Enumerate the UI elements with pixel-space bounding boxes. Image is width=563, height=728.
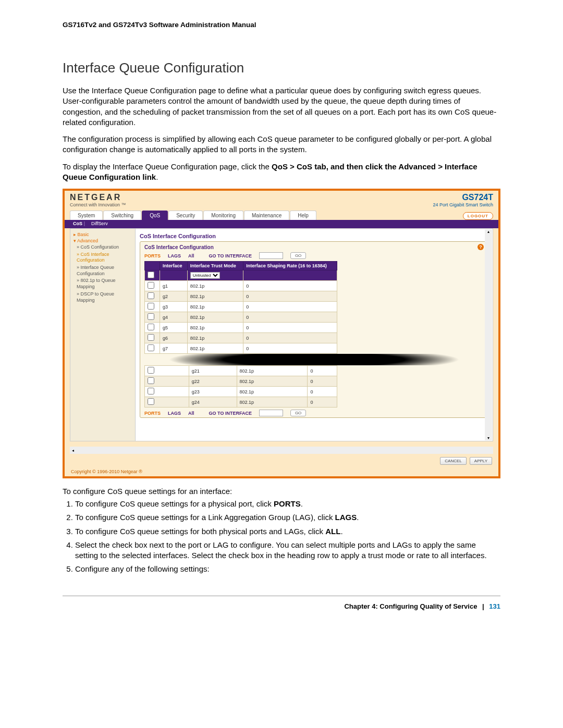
table-row: g1802.1p0 bbox=[145, 281, 337, 291]
subtab-cos[interactable]: CoS bbox=[71, 220, 87, 227]
filter-all[interactable]: All bbox=[188, 253, 194, 258]
sidebar-item-cos-interface-config[interactable]: » CoS Interface Configuration bbox=[77, 252, 132, 264]
table-row: g6802.1p0 bbox=[145, 333, 337, 343]
cell-interface: g7 bbox=[160, 343, 188, 354]
vertical-scrollbar[interactable]: ▴ ▾ bbox=[485, 229, 492, 440]
cell-interface: g6 bbox=[160, 333, 188, 343]
cell-rate: 0 bbox=[243, 281, 337, 291]
tab-monitoring[interactable]: Monitoring bbox=[203, 211, 243, 220]
model-subtitle: 24 Port Gigabit Smart Switch bbox=[433, 202, 493, 207]
tab-maintenance[interactable]: Maintenance bbox=[244, 211, 289, 220]
row-checkbox[interactable] bbox=[148, 377, 154, 384]
cell-mode: 802.1p bbox=[237, 397, 308, 408]
cell-rate: 0 bbox=[243, 302, 337, 312]
row-checkbox[interactable] bbox=[148, 324, 154, 330]
goto-input[interactable] bbox=[259, 252, 283, 259]
sidebar-advanced[interactable]: ▾ Advanced bbox=[74, 238, 132, 243]
cell-rate: 0 bbox=[243, 343, 337, 354]
subsection-title: CoS Interface Configuration bbox=[144, 244, 214, 250]
table-row: g7802.1p0 bbox=[145, 343, 337, 354]
cell-mode: 802.1p bbox=[187, 291, 243, 302]
tab-switching[interactable]: Switching bbox=[103, 211, 141, 220]
page-footer: Chapter 4: Configuring Quality of Servic… bbox=[63, 596, 500, 610]
go-button[interactable]: GO bbox=[290, 252, 306, 259]
step-5: Configure any of the following settings: bbox=[75, 564, 500, 574]
sidebar-item-dscp-mapping[interactable]: » DSCP to Queue Mapping bbox=[77, 291, 132, 303]
step-text: To configure CoS queue settings for a Li… bbox=[75, 513, 335, 522]
step-text: . bbox=[357, 513, 359, 522]
table-row: g24802.1p0 bbox=[145, 397, 337, 408]
row-checkbox[interactable] bbox=[148, 344, 154, 351]
logout-button[interactable]: LOGOUT bbox=[463, 212, 493, 220]
help-icon[interactable]: ? bbox=[478, 244, 484, 250]
cell-rate: 0 bbox=[243, 312, 337, 323]
cell-rate: 0 bbox=[308, 366, 337, 376]
step-bold: ALL bbox=[325, 527, 340, 536]
scroll-left-icon[interactable]: ◂ bbox=[70, 448, 76, 453]
cell-mode: 802.1p bbox=[187, 312, 243, 323]
go-button-bottom[interactable]: GO bbox=[290, 410, 306, 416]
step-3: To configure CoS queue settings for both… bbox=[75, 526, 500, 537]
cell-interface: g22 bbox=[189, 376, 237, 387]
step-text: To configure CoS queue settings for both… bbox=[75, 527, 325, 536]
cell-mode: 802.1p bbox=[187, 333, 243, 343]
goto-label: GO TO INTERFACE bbox=[209, 253, 252, 258]
cell-interface: g4 bbox=[160, 312, 188, 323]
cell-interface: g23 bbox=[189, 387, 237, 397]
table-row: g2802.1p0 bbox=[145, 291, 337, 302]
filter-ports-bottom[interactable]: PORTS bbox=[144, 411, 161, 416]
cell-interface: g3 bbox=[160, 302, 188, 312]
step-text: . bbox=[340, 527, 342, 536]
subtab-diffserv[interactable]: DiffServ bbox=[89, 220, 110, 227]
sidebar-item-label: CoS Interface Configuration bbox=[77, 252, 109, 263]
row-checkbox[interactable] bbox=[148, 367, 154, 374]
row-checkbox[interactable] bbox=[148, 282, 154, 289]
tab-help[interactable]: Help bbox=[290, 211, 316, 220]
cell-mode: 802.1p bbox=[237, 376, 308, 387]
filter-ports[interactable]: PORTS bbox=[144, 253, 161, 258]
step-1: To configure CoS queue settings for a ph… bbox=[75, 499, 500, 509]
filter-lags[interactable]: LAGS bbox=[168, 253, 181, 258]
sidebar-basic[interactable]: ▸ Basic bbox=[74, 232, 132, 237]
trust-mode-select[interactable]: Untrusted bbox=[190, 272, 220, 279]
sidebar-item-label: 802.1p to Queue Mapping bbox=[77, 278, 116, 289]
cell-rate: 0 bbox=[243, 333, 337, 343]
cell-mode: 802.1p bbox=[187, 302, 243, 312]
apply-button[interactable]: APPLY bbox=[470, 457, 492, 465]
col-trust-mode: Interface Trust Mode bbox=[187, 262, 243, 270]
tab-system[interactable]: System bbox=[70, 211, 103, 220]
sub-tabs: CoS DiffServ bbox=[65, 220, 498, 228]
filter-lags-bottom[interactable]: LAGS bbox=[168, 411, 181, 416]
footer-sep: | bbox=[482, 602, 484, 610]
step-2: To configure CoS queue settings for a Li… bbox=[75, 512, 500, 523]
sidebar-item-8021p-mapping[interactable]: » 802.1p to Queue Mapping bbox=[77, 278, 132, 290]
row-checkbox[interactable] bbox=[148, 313, 154, 320]
brand-tagline: Connect with Innovation ™ bbox=[70, 202, 126, 207]
row-checkbox[interactable] bbox=[148, 388, 154, 394]
intro-para-1: Use the Interface Queue Configuration pa… bbox=[63, 85, 500, 128]
goto-label-bottom: GO TO INTERFACE bbox=[209, 411, 252, 416]
step-bold: PORTS bbox=[274, 499, 301, 508]
cell-rate: 0 bbox=[308, 376, 337, 387]
sidebar-advanced-label: Advanced bbox=[77, 238, 98, 243]
tab-qos[interactable]: QoS bbox=[142, 211, 168, 220]
cell-mode: 802.1p bbox=[237, 387, 308, 397]
tab-security[interactable]: Security bbox=[168, 211, 203, 220]
row-checkbox[interactable] bbox=[148, 292, 154, 299]
scroll-up-icon[interactable]: ▴ bbox=[487, 229, 489, 234]
row-checkbox[interactable] bbox=[148, 303, 154, 310]
cancel-button[interactable]: CANCEL bbox=[440, 457, 466, 465]
row-checkbox[interactable] bbox=[148, 398, 154, 405]
navigation-instruction: To display the Interface Queue Configura… bbox=[63, 162, 500, 183]
goto-input-bottom[interactable] bbox=[259, 410, 283, 416]
cell-mode: 802.1p bbox=[187, 323, 243, 333]
select-all-checkbox[interactable] bbox=[148, 272, 154, 278]
scroll-down-icon[interactable]: ▾ bbox=[487, 436, 489, 440]
sidebar-item-interface-queue-config[interactable]: » Interface Queue Configuration bbox=[77, 265, 132, 277]
horizontal-scrollbar[interactable]: ◂ bbox=[70, 447, 493, 454]
sidebar-item-cos-config[interactable]: » CoS Configuration bbox=[77, 244, 132, 251]
footer-page-number: 131 bbox=[489, 602, 500, 610]
sidebar-item-label: Interface Queue Configuration bbox=[77, 265, 114, 276]
filter-all-bottom[interactable]: All bbox=[188, 411, 194, 416]
row-checkbox[interactable] bbox=[148, 334, 154, 341]
